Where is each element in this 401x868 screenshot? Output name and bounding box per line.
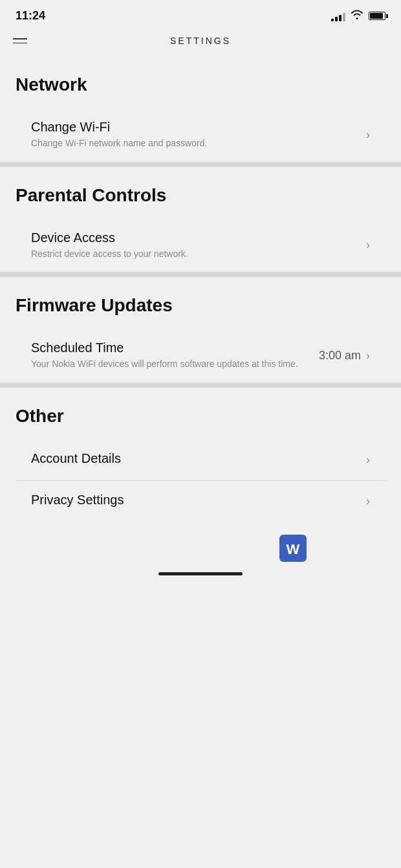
device-access-item[interactable]: Device Access Restrict device access to … — [16, 219, 385, 273]
home-indicator — [158, 572, 243, 575]
svg-text:W: W — [287, 541, 300, 557]
network-section: Network Change Wi-Fi Change Wi-Fi networ… — [0, 56, 401, 162]
wifi-icon — [351, 10, 363, 22]
divider-3 — [0, 383, 401, 388]
privacy-settings-right: › — [366, 495, 370, 508]
status-icons — [331, 10, 385, 22]
divider-1 — [0, 162, 401, 167]
scheduled-time-right: 3:00 am › — [319, 349, 370, 362]
change-wifi-subtitle: Change Wi-Fi network name and password. — [31, 137, 366, 150]
network-section-title: Network — [16, 74, 385, 95]
scheduled-time-subtitle: Your Nokia WiFi devices will perform sof… — [31, 358, 319, 371]
change-wifi-right: › — [366, 128, 370, 142]
status-bar: 11:24 — [0, 0, 401, 29]
other-section: Other Account Details › Privacy Settings… — [0, 388, 401, 522]
scheduled-time-title: Scheduled Time — [31, 340, 319, 355]
chevron-right-icon: › — [366, 495, 370, 508]
app-watermark: W — [279, 535, 307, 562]
chevron-right-icon: › — [366, 349, 370, 362]
signal-icon — [331, 11, 345, 21]
divider-2 — [0, 272, 401, 277]
status-time: 11:24 — [16, 9, 45, 23]
menu-button[interactable] — [13, 38, 27, 43]
battery-icon — [369, 12, 385, 20]
change-wifi-item[interactable]: Change Wi-Fi Change Wi-Fi network name a… — [16, 108, 385, 162]
change-wifi-title: Change Wi-Fi — [31, 120, 366, 135]
account-details-item[interactable]: Account Details › — [16, 440, 385, 481]
account-details-title: Account Details — [31, 451, 366, 466]
change-wifi-content: Change Wi-Fi Change Wi-Fi network name a… — [31, 120, 366, 150]
bottom-area: W — [0, 522, 401, 572]
chevron-right-icon: › — [366, 128, 370, 142]
parental-controls-section: Parental Controls Device Access Restrict… — [0, 167, 401, 273]
privacy-settings-item[interactable]: Privacy Settings › — [16, 481, 385, 522]
device-access-subtitle: Restrict device access to your network. — [31, 248, 366, 261]
privacy-settings-title: Privacy Settings — [31, 493, 366, 507]
device-access-content: Device Access Restrict device access to … — [31, 230, 366, 261]
page-title: SETTINGS — [170, 36, 231, 46]
privacy-settings-content: Privacy Settings — [31, 493, 366, 510]
device-access-title: Device Access — [31, 230, 366, 245]
settings-content: Network Change Wi-Fi Change Wi-Fi networ… — [0, 56, 401, 522]
header: SETTINGS — [0, 29, 401, 56]
home-indicator-bar — [0, 572, 401, 586]
scheduled-time-value: 3:00 am — [319, 349, 361, 362]
firmware-updates-section: Firmware Updates Scheduled Time Your Nok… — [0, 277, 401, 383]
scheduled-time-content: Scheduled Time Your Nokia WiFi devices w… — [31, 340, 319, 371]
other-section-title: Other — [16, 406, 385, 427]
scheduled-time-item[interactable]: Scheduled Time Your Nokia WiFi devices w… — [16, 329, 385, 383]
account-details-right: › — [366, 453, 370, 467]
device-access-right: › — [366, 238, 370, 252]
account-details-content: Account Details — [31, 451, 366, 469]
chevron-right-icon: › — [366, 453, 370, 467]
parental-controls-section-title: Parental Controls — [16, 185, 385, 206]
chevron-right-icon: › — [366, 238, 370, 252]
firmware-updates-section-title: Firmware Updates — [16, 295, 385, 316]
